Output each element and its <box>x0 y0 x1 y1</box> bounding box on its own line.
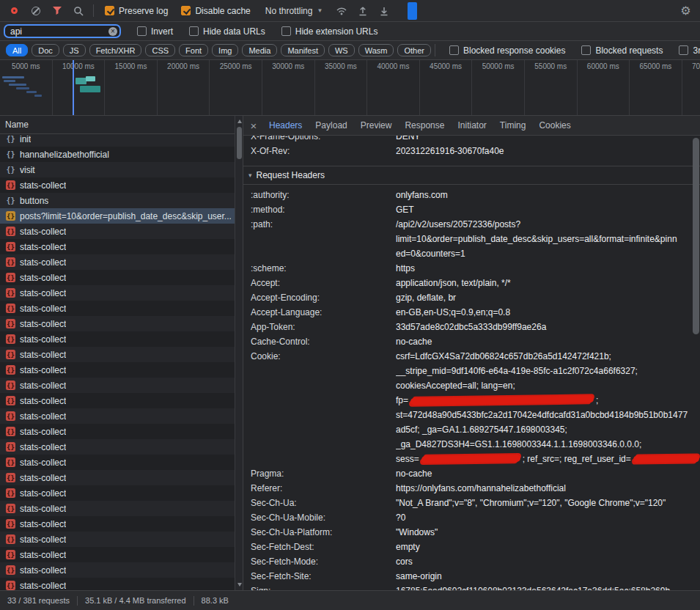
resource-type-chip-doc[interactable]: Doc <box>32 44 59 56</box>
details-scrollbar[interactable] <box>692 136 700 590</box>
details-tab-cookies[interactable]: Cookies <box>532 116 577 136</box>
request-row[interactable]: {}stats-collect <box>0 285 243 301</box>
request-row[interactable]: {}stats-collect <box>0 578 243 590</box>
request-row[interactable]: {}stats-collect <box>0 362 243 378</box>
resource-type-chip-js[interactable]: JS <box>63 44 86 56</box>
scroll-up-icon[interactable] <box>235 117 243 125</box>
request-row[interactable]: {}stats-collect <box>0 239 243 254</box>
summary-divider <box>77 596 78 606</box>
request-row[interactable]: {}stats-collect <box>0 424 243 439</box>
json-request-icon: {} <box>6 180 15 190</box>
preserve-log-checkbox[interactable]: Preserve log <box>105 6 168 16</box>
request-row[interactable]: {}stats-collect <box>0 470 243 485</box>
details-tab-initiator[interactable]: Initiator <box>451 116 493 136</box>
resource-type-chip-ws[interactable]: WS <box>328 44 355 56</box>
request-name: stats-collect <box>20 381 66 391</box>
request-row[interactable]: {}stats-collect <box>0 347 243 362</box>
scrollbar-thumb[interactable] <box>237 127 242 159</box>
checkbox-unchecked-icon <box>189 26 199 36</box>
throttling-select[interactable]: No throttling ▼ <box>265 6 323 16</box>
settings-button[interactable]: ⚙ <box>676 2 696 20</box>
clear-filter-icon[interactable]: × <box>108 27 117 36</box>
request-row[interactable]: {}stats-collect <box>0 516 243 532</box>
resource-type-chip-all[interactable]: All <box>6 44 28 56</box>
column-header-name[interactable]: Name <box>0 116 243 134</box>
blocked-response-cookies-checkbox[interactable]: Blocked response cookies <box>449 45 565 56</box>
header-value: /api2/v2/users/20572336/posts?limit=10&o… <box>396 217 700 261</box>
details-tab-timing[interactable]: Timing <box>493 116 533 136</box>
details-tab-bar: × HeadersPayloadPreviewResponseInitiator… <box>243 116 700 136</box>
request-row[interactable]: {}stats-collect <box>0 177 243 193</box>
request-row[interactable]: {}stats-collect <box>0 439 243 455</box>
network-main-area: Name {}init{}hannahelizabethofficial{}vi… <box>0 116 700 590</box>
export-har-button[interactable] <box>374 2 394 20</box>
search-button[interactable] <box>68 2 88 20</box>
header-name: :method: <box>251 202 396 217</box>
header-row: :method:GET <box>243 202 700 217</box>
network-conditions-button[interactable] <box>331 2 351 20</box>
resource-type-chip-img[interactable]: Img <box>212 44 238 56</box>
header-rows: X-Frame-Options:DENYX-Of-Rev:20231226191… <box>243 136 700 590</box>
request-row[interactable]: {}stats-collect <box>0 270 243 285</box>
filter-input-container: × <box>4 24 121 38</box>
scrollbar-thumb[interactable] <box>693 138 699 334</box>
details-tab-response[interactable]: Response <box>398 116 451 136</box>
request-row[interactable]: {}visit <box>0 162 243 177</box>
header-name: Cookie: <box>251 349 396 466</box>
request-row[interactable]: {}stats-collect <box>0 224 243 239</box>
resource-type-chip-font[interactable]: Font <box>179 44 208 56</box>
request-row[interactable]: {}stats-collect <box>0 485 243 501</box>
details-tab-headers[interactable]: Headers <box>262 116 309 136</box>
checkbox-unchecked-icon <box>679 45 688 55</box>
request-row[interactable]: {}stats-collect <box>0 408 243 424</box>
third-party-requests-checkbox[interactable]: 3rd-party requests <box>679 45 700 56</box>
disable-cache-checkbox[interactable]: Disable cache <box>181 6 250 16</box>
overview-activity-bar <box>9 84 26 86</box>
resource-type-chip-fetch-xhr[interactable]: Fetch/XHR <box>89 44 142 56</box>
resource-type-chip-other[interactable]: Other <box>397 44 431 56</box>
requests-scrollbar[interactable] <box>235 116 243 590</box>
filter-toggle-button[interactable] <box>47 2 67 20</box>
resource-type-chip-manifest[interactable]: Manifest <box>281 44 325 56</box>
request-row[interactable]: {}stats-collect <box>0 378 243 393</box>
request-row[interactable]: {}stats-collect <box>0 455 243 470</box>
record-button[interactable] <box>4 2 24 20</box>
request-row[interactable]: {}stats-collect <box>0 254 243 270</box>
header-row: X-Of-Rev:202312261916-30670fa40e <box>243 144 700 158</box>
header-value: "Windows" <box>396 525 700 540</box>
filter-input[interactable] <box>4 24 121 38</box>
request-row[interactable]: {}stats-collect <box>0 393 243 408</box>
hide-data-urls-checkbox[interactable]: Hide data URLs <box>189 26 265 37</box>
request-row[interactable]: {}posts?limit=10&order=publish_date_desc… <box>0 208 243 224</box>
network-overview-timeline[interactable]: 5000 ms10000 ms15000 ms20000 ms25000 ms3… <box>0 60 700 116</box>
resource-type-chip-css[interactable]: CSS <box>145 44 175 56</box>
scroll-down-icon[interactable] <box>235 581 243 589</box>
close-details-button[interactable]: × <box>245 116 262 136</box>
header-name: Sec-Fetch-Site: <box>251 569 396 584</box>
request-row[interactable]: {}stats-collect <box>0 331 243 347</box>
request-row[interactable]: {}stats-collect <box>0 316 243 331</box>
hide-extension-urls-checkbox[interactable]: Hide extension URLs <box>281 26 378 37</box>
details-tab-payload[interactable]: Payload <box>309 116 353 136</box>
resource-type-chip-wasm[interactable]: Wasm <box>358 44 394 56</box>
request-row[interactable]: {}stats-collect <box>0 301 243 316</box>
blocked-requests-checkbox[interactable]: Blocked requests <box>581 45 663 56</box>
request-name: init <box>20 134 31 144</box>
invert-checkbox[interactable]: Invert <box>137 26 173 37</box>
clear-button[interactable] <box>26 2 45 20</box>
request-row[interactable]: {}stats-collect <box>0 562 243 578</box>
import-har-button[interactable] <box>353 2 372 20</box>
request-row[interactable]: {}hannahelizabethofficial <box>0 147 243 162</box>
request-row[interactable]: {}init <box>0 134 243 147</box>
request-row[interactable]: {}buttons <box>0 193 243 208</box>
request-name: stats-collect <box>20 288 66 298</box>
details-tab-preview[interactable]: Preview <box>354 116 399 136</box>
request-name: stats-collect <box>20 365 66 375</box>
request-row[interactable]: {}stats-collect <box>0 547 243 562</box>
resource-type-chip-media[interactable]: Media <box>242 44 277 56</box>
request-row[interactable]: {}stats-collect <box>0 532 243 547</box>
json-request-icon: {} <box>6 442 15 452</box>
request-row[interactable]: {}stats-collect <box>0 501 243 516</box>
section-header-request-headers[interactable]: ▾Request Headers <box>243 166 700 185</box>
clear-icon <box>32 7 40 15</box>
